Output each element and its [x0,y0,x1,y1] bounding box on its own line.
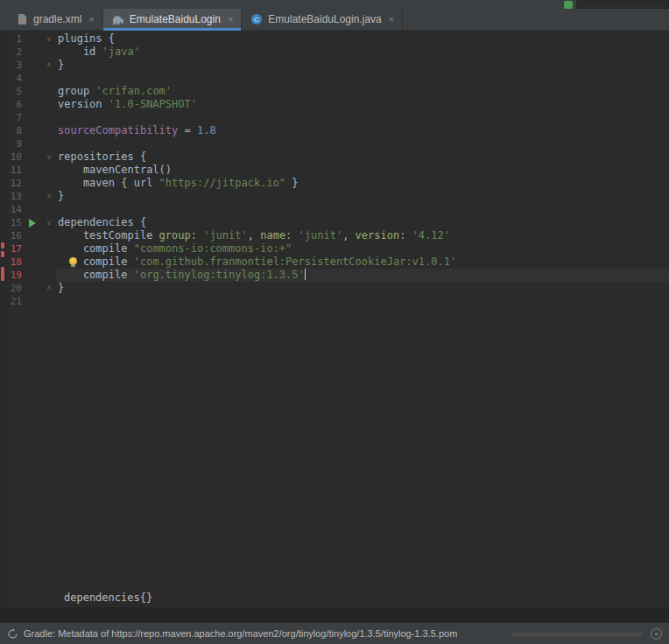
cancel-progress-icon[interactable]: × [651,628,662,640]
code-line: 20∧} [0,282,669,295]
close-icon[interactable]: × [88,15,94,24]
fold-column [42,85,56,98]
code-line: 8sourceCompatibility = 1.8 [0,124,669,137]
svg-text:C: C [254,16,259,24]
gutter-icon-column [25,137,42,150]
tab-gradle-xml[interactable]: </> gradle.xml × [7,9,103,30]
code-text: } [56,59,64,72]
code-line: 18 compile 'com.github.franmontiel:Persi… [0,256,669,269]
fold-column [42,164,56,177]
gutter-icon-column [25,32,42,46]
code-line: 11 mavenCentral() [0,164,669,177]
lower-panel-strip [0,607,669,622]
fold-marker-icon[interactable]: ∨ [42,216,56,229]
code-line: 5group 'crifan.com' [0,85,669,98]
gradle-icon [111,12,125,26]
gutter-icon-column [25,46,42,59]
status-message: Gradle: Metadata of https://repo.maven.a… [24,628,457,639]
code-text: repositories { [56,150,146,164]
fold-column [42,124,56,137]
gutter-icon-column [25,98,42,111]
code-text: } [56,282,64,295]
code-text [56,203,58,216]
fold-marker-icon[interactable]: ∧ [42,282,56,295]
fold-column [42,177,56,190]
code-text: version '1.0-SNAPSHOT' [56,98,197,111]
gutter-icon-column [25,282,42,295]
fold-column [42,295,56,308]
gutter-icon-column [25,124,42,137]
gutter-icon-column [25,72,42,85]
gutter-icon-column [25,150,42,164]
fold-marker-icon[interactable]: ∧ [42,59,56,72]
gutter-icon-column [25,85,42,98]
fold-column [42,46,56,59]
fold-column [42,98,56,111]
fold-column [42,256,56,269]
plugin-status-icon[interactable] [564,1,573,9]
code-line: 13∧} [0,190,669,203]
code-line: 12 maven { url "https://jitpack.io" } [0,177,669,190]
svg-text:</>: </> [18,18,27,24]
tab-label: EmulateBaiduLogin.java [268,13,381,25]
code-text: compile 'com.github.franmontiel:Persiste… [56,256,456,269]
gutter-icon-column [25,203,42,216]
code-line: 6version '1.0-SNAPSHOT' [0,98,669,111]
code-text: dependencies { [56,216,146,229]
gutter-icon-column [25,229,42,242]
error-stripe-mark[interactable] [1,251,4,257]
error-stripe-mark[interactable] [1,242,4,248]
fold-marker-icon[interactable]: ∧ [42,190,56,203]
tab-label: EmulateBaiduLogin [130,13,221,25]
error-stripe-mark[interactable] [1,267,4,281]
close-icon[interactable]: × [389,15,394,24]
editor-tab-bar: </> gradle.xml × EmulateBaiduLogin × C E… [0,9,669,31]
code-text [56,72,58,85]
tab-emulatebaidulogin-java[interactable]: C EmulateBaiduLogin.java × [242,9,403,30]
xml-file-icon: </> [15,12,29,26]
run-gutter-icon[interactable] [29,219,36,228]
tab-label: gradle.xml [33,13,81,25]
fold-marker-icon[interactable]: ∨ [42,150,56,164]
code-line: 15∨dependencies { [0,216,669,229]
left-gutter-stripe [0,31,7,607]
search-box[interactable] [576,0,669,9]
gutter-icon-column [25,216,42,229]
text-cursor [305,269,306,280]
breadcrumb[interactable]: dependencies{} [64,592,152,604]
code-line: 19 compile 'org.tinylog:tinylog:1.3.5' [0,269,669,282]
gutter-icon-column [25,190,42,203]
progress-bar [511,633,643,636]
gutter-icon-column [25,269,42,282]
code-line: 1∨plugins { [0,32,669,46]
code-editor[interactable]: 1∨plugins {2 id 'java'3∧}45group 'crifan… [0,31,669,587]
gutter-icon-column [25,295,42,308]
gutter-icon-column [25,164,42,177]
code-text: compile 'org.tinylog:tinylog:1.3.5' [56,269,306,282]
fold-column [42,229,56,242]
code-text: sourceCompatibility = 1.8 [56,124,216,137]
code-lines: 1∨plugins {2 id 'java'3∧}45group 'crifan… [0,32,669,308]
fold-marker-icon[interactable]: ∨ [42,32,56,46]
gutter-icon-column [25,111,42,124]
code-line: 7 [0,111,669,124]
code-text [56,111,58,124]
gutter-icon-column [25,242,42,256]
close-icon[interactable]: × [228,15,233,24]
intention-bulb-icon[interactable] [69,257,77,265]
breadcrumb-bar: dependencies{} [0,587,669,607]
fold-column [42,203,56,216]
spinner-icon [7,628,18,640]
tab-emulatebaidulogin[interactable]: EmulateBaiduLogin × [103,9,243,30]
code-line: 21 [0,295,669,308]
code-line: 3∧} [0,59,669,72]
gutter-icon-column [25,177,42,190]
code-line: 16 testCompile group: 'junit', name: 'ju… [0,229,669,242]
code-text [56,295,58,308]
code-line: 4 [0,72,669,85]
code-line: 14 [0,203,669,216]
fold-column [42,137,56,150]
java-class-icon: C [250,12,264,26]
code-text: testCompile group: 'junit', name: 'junit… [56,229,450,242]
code-text: } [56,190,64,203]
